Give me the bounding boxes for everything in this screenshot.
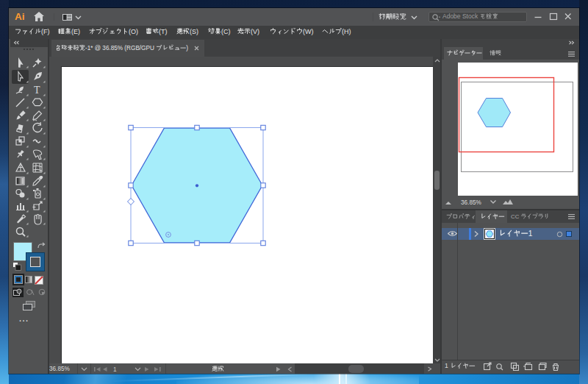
svg-text:1: 1 [113,366,117,372]
svg-text:1: 1 [528,230,533,238]
svg-text:36.85%: 36.85% [49,366,70,372]
svg-text:36.85%: 36.85% [461,199,481,206]
svg-text:1: 1 [445,362,448,369]
svg-text:CC: CC [511,213,520,220]
